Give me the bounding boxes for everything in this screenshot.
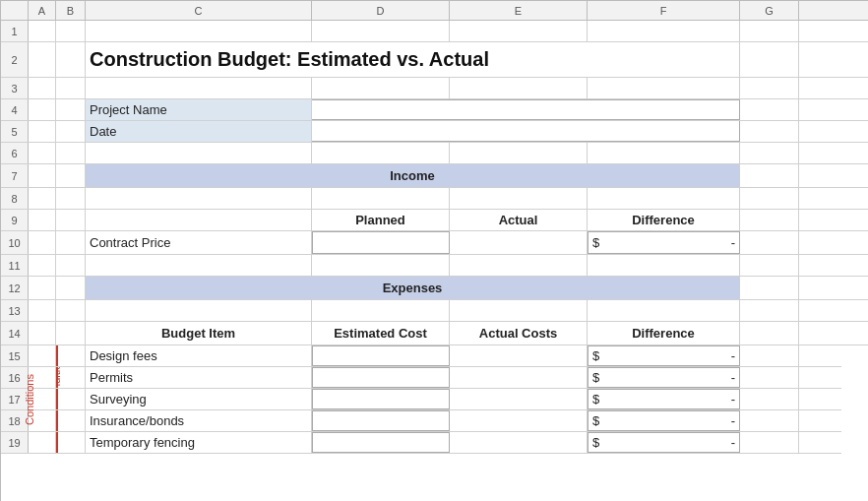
actual-header: Actual [450,210,588,230]
r15-design-fees: Design fees [86,345,312,366]
r10-g [740,231,799,254]
r19-estimated[interactable] [312,432,450,453]
r2-b [56,42,86,77]
column-headers: A B C D E F G [1,1,868,21]
r15-b [56,345,86,366]
rownum-1: 1 [1,21,29,41]
r19-temp-fencing: Temporary fencing [86,432,312,453]
rownum-4: 4 [1,99,29,120]
rownum-12: 12 [1,277,29,299]
r1-b [56,21,86,41]
conditions-section: 15 Design fees $ - 16 Condition [1,345,868,454]
r8-d [312,188,450,209]
r11-a [29,255,56,276]
r7-b [56,164,86,187]
r17-actual[interactable] [450,389,588,409]
rownum-18: 18 [1,410,29,431]
r16-a [29,367,56,388]
rownum-7: 7 [1,164,29,187]
r16-permits: Permits [86,367,312,388]
rownum-10: 10 [1,231,29,254]
r18-difference: $ - [588,410,740,431]
r8-c [86,188,312,209]
r17-difference: $ - [588,389,740,409]
r17-b [56,389,86,409]
r5-a [29,121,56,142]
row-9: 9 Planned Actual Difference [1,210,868,231]
r10-contract-label: Contract Price [86,231,312,254]
r14-b [56,322,86,344]
r6-d [312,143,450,163]
col-header-d: D [312,1,450,20]
col-header-b: B [56,1,86,20]
r18-a [29,410,56,431]
rownum-19: 19 [1,432,29,453]
r15-a [29,345,56,366]
r1-d [312,21,450,41]
row-12: 12 Expenses [1,277,868,300]
rownum-11: 11 [1,255,29,276]
estimated-cost-header: Estimated Cost [312,322,450,344]
r16-b: Conditions [56,367,86,388]
r10-actual-input[interactable] [450,231,588,254]
r15-actual[interactable] [450,345,588,366]
r19-actual[interactable] [450,432,588,453]
r13-c [86,300,312,321]
r18-estimated[interactable] [312,410,450,431]
r10-difference: $ - [588,231,740,254]
r14-a [29,322,56,344]
row-7: 7 Income [1,164,868,188]
r14-g [740,322,799,344]
r6-e [450,143,588,163]
row-14: 14 Budget Item Estimated Cost Actual Cos… [1,322,868,345]
spreadsheet: A B C D E F G 1 2 Construction Budget: E… [0,0,868,501]
r16-actual[interactable] [450,367,588,388]
r13-e [450,300,588,321]
r4-project-name-value[interactable] [312,99,740,120]
col-header-e: E [450,1,588,20]
row-6: 6 [1,143,868,164]
corner-cell [1,1,29,20]
rownum-8: 8 [1,188,29,209]
r18-g [740,410,799,431]
r18-insurance: Insurance/bonds [86,410,312,431]
row-3: 3 [1,78,868,99]
r18-b [56,410,86,431]
r6-a [29,143,56,163]
col-header-f: F [588,1,740,20]
r15-estimated[interactable] [312,345,450,366]
r17-estimated[interactable] [312,389,450,409]
planned-header: Planned [312,210,450,230]
r8-b [56,188,86,209]
r5-g [740,121,799,142]
r13-f [588,300,740,321]
rownum-5: 5 [1,121,29,142]
col-header-a: A [29,1,56,20]
r9-g [740,210,799,230]
r10-planned-input[interactable] [312,231,450,254]
r2-g [740,42,799,77]
row-10: 10 Contract Price $ - [1,231,868,255]
r7-a [29,164,56,187]
conditions-label: Conditions [56,367,62,388]
r16-difference: $ - [588,367,740,388]
r9-b [56,210,86,230]
r8-f [588,188,740,209]
r5-date-value[interactable] [312,121,740,142]
r4-a [29,99,56,120]
r18-actual[interactable] [450,410,588,431]
r1-g [740,21,799,41]
r13-g [740,300,799,321]
r17-g [740,389,799,409]
r3-b [56,78,86,98]
r16-estimated[interactable] [312,367,450,388]
r12-b [56,277,86,299]
row-11: 11 [1,255,868,277]
rownum-13: 13 [1,300,29,321]
r5-b [56,121,86,142]
r17-surveying: Surveying [86,389,312,409]
r3-e [450,78,588,98]
r6-b [56,143,86,163]
r6-f [588,143,740,163]
r2-title: Construction Budget: Estimated vs. Actua… [86,42,740,77]
